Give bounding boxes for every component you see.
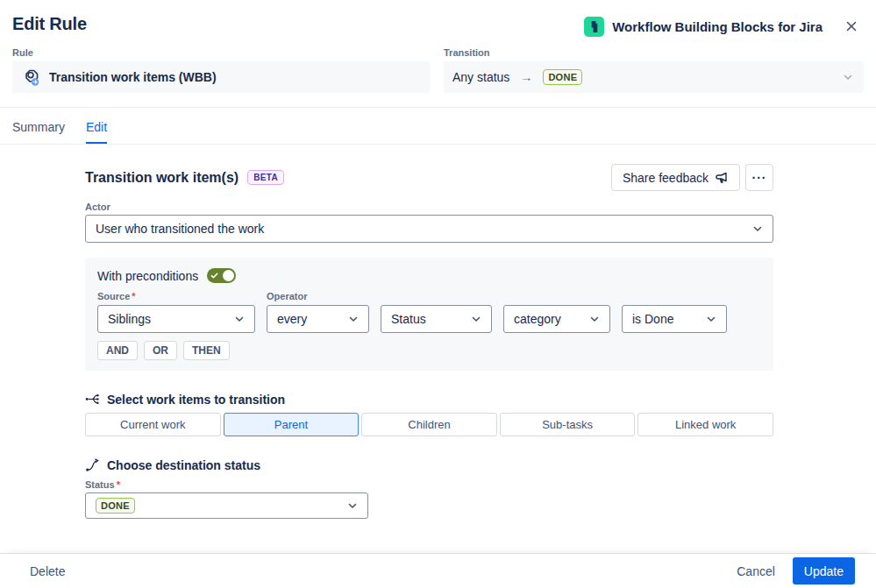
chevron-down-icon xyxy=(588,312,602,326)
delete-button[interactable]: Delete xyxy=(21,559,74,584)
status-label-text: Status xyxy=(85,479,115,490)
rule-transition-row: Rule Transition work items (WBB) Transit… xyxy=(0,47,876,93)
option-children[interactable]: Children xyxy=(361,413,497,436)
option-linked-work[interactable]: Linked work xyxy=(637,413,773,436)
transition-to-badge: DONE xyxy=(543,69,582,85)
close-icon[interactable] xyxy=(841,16,862,37)
share-feedback-label: Share feedback xyxy=(623,171,709,185)
transition-select[interactable]: Any status → DONE xyxy=(444,61,864,93)
section-heading-row: Transition work item(s) BETA Share feedb… xyxy=(85,164,773,191)
rule-label: Rule xyxy=(12,47,430,58)
status-label: Status* xyxy=(85,479,773,490)
update-button[interactable]: Update xyxy=(793,557,855,584)
and-button[interactable]: AND xyxy=(97,341,138,360)
actor-value: User who transitioned the work xyxy=(96,222,264,236)
modal-footer: Delete Cancel Update xyxy=(0,553,876,588)
field-value: Status xyxy=(391,312,426,326)
ellipsis-icon: ··· xyxy=(752,171,767,185)
or-button[interactable]: OR xyxy=(144,341,177,360)
app-branding: Workflow Building Blocks for Jira xyxy=(584,14,862,37)
operator-value: every xyxy=(277,312,307,326)
edit-rule-modal: Edit Rule Workflow Building Blocks for J… xyxy=(0,0,876,588)
edit-tab-content: Transition work item(s) BETA Share feedb… xyxy=(0,145,876,553)
rule-field: Transition work items (WBB) xyxy=(12,61,430,93)
checkmark-icon xyxy=(210,272,218,280)
destination-heading-row: Choose destination status xyxy=(85,457,773,472)
chevron-down-icon xyxy=(751,222,765,236)
more-options-button[interactable]: ··· xyxy=(745,164,773,191)
option-parent[interactable]: Parent xyxy=(224,413,360,436)
transition-label: Transition xyxy=(444,47,864,58)
rule-automation-icon xyxy=(21,67,40,87)
heading-actions: Share feedback ··· xyxy=(611,164,773,191)
app-name: Workflow Building Blocks for Jira xyxy=(612,19,823,34)
source-label-text: Source xyxy=(97,291,130,301)
source-label: Source* xyxy=(97,291,267,301)
condition-selects-row: Siblings every Status category is Done xyxy=(97,305,761,333)
app-logo-icon xyxy=(584,17,604,37)
field-select[interactable]: Status xyxy=(381,305,492,333)
chevron-down-icon xyxy=(841,70,855,84)
work-items-heading-row: Select work items to transition xyxy=(85,392,773,407)
chevron-down-icon xyxy=(232,312,246,326)
modal-header: Edit Rule Workflow Building Blocks for J… xyxy=(0,0,876,42)
condition-labels-row: Source* Operator xyxy=(97,291,761,301)
arrow-right-icon: → xyxy=(520,70,532,84)
beta-badge: BETA xyxy=(247,170,284,185)
logic-buttons-row: AND OR THEN xyxy=(97,341,761,360)
section-heading: Transition work item(s) xyxy=(85,170,239,186)
rule-value: Transition work items (WBB) xyxy=(49,70,217,84)
destination-status-select[interactable]: DONE xyxy=(85,492,368,519)
source-select[interactable]: Siblings xyxy=(97,305,255,333)
condition-value: is Done xyxy=(632,312,673,326)
transition-from: Any status xyxy=(452,70,509,84)
actor-select[interactable]: User who transitioned the work xyxy=(85,215,773,243)
chevron-down-icon xyxy=(346,312,360,326)
attribute-select[interactable]: category xyxy=(503,305,610,333)
tab-edit[interactable]: Edit xyxy=(86,120,107,144)
option-sub-tasks[interactable]: Sub-tasks xyxy=(500,413,636,436)
toggle-knob xyxy=(223,270,234,281)
preconditions-toggle-label: With preconditions xyxy=(97,269,198,283)
tab-summary[interactable]: Summary xyxy=(12,120,65,144)
preconditions-toggle-row: With preconditions xyxy=(97,268,761,283)
required-asterisk: * xyxy=(117,479,120,490)
megaphone-icon xyxy=(715,171,729,185)
chevron-down-icon xyxy=(469,312,483,326)
page-title: Edit Rule xyxy=(12,14,87,34)
option-current-work[interactable]: Current work xyxy=(85,413,221,436)
source-value: Siblings xyxy=(108,312,151,326)
then-button[interactable]: THEN xyxy=(183,341,230,360)
chevron-down-icon xyxy=(704,312,718,326)
rule-section: Rule Transition work items (WBB) xyxy=(12,47,430,93)
attribute-value: category xyxy=(514,312,561,326)
required-asterisk: * xyxy=(132,291,135,301)
tab-bar: Summary Edit xyxy=(0,108,876,145)
actor-block: Actor User who transitioned the work xyxy=(85,202,773,243)
footer-actions: Cancel Update xyxy=(728,557,855,584)
work-items-options: Current work Parent Children Sub-tasks L… xyxy=(85,413,773,436)
chevron-down-icon xyxy=(345,499,360,513)
curved-arrow-icon xyxy=(85,457,100,472)
work-items-heading: Select work items to transition xyxy=(107,393,285,407)
condition-select[interactable]: is Done xyxy=(622,305,727,333)
section-heading-group: Transition work item(s) BETA xyxy=(85,170,284,186)
operator-select[interactable]: every xyxy=(267,305,369,333)
destination-heading: Choose destination status xyxy=(107,458,260,472)
status-done-badge: DONE xyxy=(96,498,135,514)
preconditions-panel: With preconditions Source* Operator Sibl… xyxy=(85,258,773,371)
tree-branch-icon xyxy=(85,392,100,407)
operator-label: Operator xyxy=(267,291,307,301)
actor-label: Actor xyxy=(85,202,773,212)
transition-section: Transition Any status → DONE xyxy=(444,47,864,93)
cancel-button[interactable]: Cancel xyxy=(728,559,784,584)
share-feedback-button[interactable]: Share feedback xyxy=(611,164,740,191)
preconditions-toggle[interactable] xyxy=(207,268,236,283)
